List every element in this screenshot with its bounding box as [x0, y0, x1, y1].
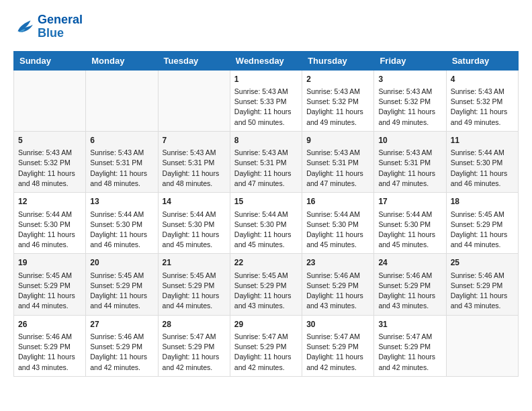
- sunrise: Sunrise: 5:46 AM: [451, 271, 504, 279]
- column-header-wednesday: Wednesday: [230, 51, 302, 70]
- sunrise: Sunrise: 5:46 AM: [90, 332, 144, 340]
- column-header-thursday: Thursday: [302, 51, 374, 70]
- day-number: 24: [378, 257, 441, 269]
- daylight: Daylight: 11 hours and 42 minutes.: [306, 353, 363, 371]
- day-number: 30: [306, 319, 369, 330]
- sunset: Sunset: 5:29 PM: [378, 281, 431, 289]
- daylight: Daylight: 11 hours and 47 minutes.: [378, 169, 435, 187]
- sunrise: Sunrise: 5:43 AM: [306, 87, 360, 95]
- sunrise: Sunrise: 5:46 AM: [378, 271, 432, 279]
- day-number: 11: [451, 135, 514, 146]
- day-number: 29: [234, 319, 298, 330]
- daylight: Daylight: 11 hours and 46 minutes.: [451, 169, 508, 187]
- daylight: Daylight: 11 hours and 46 minutes.: [18, 230, 75, 248]
- daylight: Daylight: 11 hours and 49 minutes.: [306, 107, 363, 126]
- sunset: Sunset: 5:30 PM: [378, 220, 431, 228]
- daylight: Daylight: 11 hours and 50 minutes.: [234, 107, 292, 126]
- sunset: Sunset: 5:29 PM: [90, 281, 142, 289]
- sunset: Sunset: 5:29 PM: [234, 342, 287, 351]
- day-number: 26: [18, 319, 81, 330]
- day-cell: [446, 315, 518, 376]
- day-number: 6: [90, 135, 153, 146]
- day-cell: 21Sunrise: 5:45 AMSunset: 5:29 PMDayligh…: [158, 254, 230, 315]
- daylight: Daylight: 11 hours and 43 minutes.: [306, 291, 363, 310]
- day-number: 4: [451, 74, 514, 85]
- day-cell: 31Sunrise: 5:47 AMSunset: 5:29 PMDayligh…: [374, 315, 446, 376]
- sunset: Sunset: 5:30 PM: [163, 220, 215, 228]
- daylight: Daylight: 11 hours and 45 minutes.: [234, 230, 292, 248]
- day-number: 23: [306, 257, 369, 269]
- day-cell: 27Sunrise: 5:46 AMSunset: 5:29 PMDayligh…: [86, 315, 158, 376]
- sunset: Sunset: 5:29 PM: [234, 281, 287, 289]
- day-number: 19: [18, 257, 81, 269]
- day-cell: 4Sunrise: 5:43 AMSunset: 5:32 PMDaylight…: [446, 70, 518, 131]
- daylight: Daylight: 11 hours and 43 minutes.: [378, 291, 435, 310]
- sunrise: Sunrise: 5:46 AM: [18, 332, 72, 340]
- day-number: 12: [18, 196, 81, 208]
- day-number: 20: [90, 257, 153, 269]
- day-cell: 22Sunrise: 5:45 AMSunset: 5:29 PMDayligh…: [230, 254, 302, 315]
- sunrise: Sunrise: 5:45 AM: [234, 271, 288, 279]
- logo-text: General Blue: [38, 13, 83, 40]
- week-row-2: 5Sunrise: 5:43 AMSunset: 5:32 PMDaylight…: [14, 131, 519, 192]
- sunset: Sunset: 5:30 PM: [306, 220, 359, 228]
- sunset: Sunset: 5:31 PM: [378, 158, 431, 167]
- daylight: Daylight: 11 hours and 43 minutes.: [234, 291, 292, 310]
- sunrise: Sunrise: 5:46 AM: [306, 271, 360, 279]
- sunset: Sunset: 5:29 PM: [18, 342, 71, 351]
- day-cell: 29Sunrise: 5:47 AMSunset: 5:29 PMDayligh…: [230, 315, 302, 376]
- sunrise: Sunrise: 5:44 AM: [451, 148, 504, 156]
- daylight: Daylight: 11 hours and 47 minutes.: [234, 169, 292, 187]
- day-cell: 5Sunrise: 5:43 AMSunset: 5:32 PMDaylight…: [14, 131, 86, 192]
- day-cell: 25Sunrise: 5:46 AMSunset: 5:29 PMDayligh…: [446, 254, 518, 315]
- day-number: 10: [378, 135, 441, 146]
- day-number: 27: [90, 319, 153, 330]
- sunrise: Sunrise: 5:47 AM: [306, 332, 360, 340]
- day-number: 8: [234, 135, 298, 146]
- day-number: 15: [234, 196, 298, 208]
- sunrise: Sunrise: 5:44 AM: [163, 210, 216, 218]
- sunrise: Sunrise: 5:43 AM: [378, 87, 432, 95]
- daylight: Daylight: 11 hours and 44 minutes.: [451, 230, 508, 248]
- day-number: 7: [163, 135, 226, 146]
- daylight: Daylight: 11 hours and 44 minutes.: [18, 291, 75, 310]
- column-header-tuesday: Tuesday: [158, 51, 230, 70]
- day-cell: 16Sunrise: 5:44 AMSunset: 5:30 PMDayligh…: [302, 193, 374, 254]
- day-cell: 3Sunrise: 5:43 AMSunset: 5:32 PMDaylight…: [374, 70, 446, 131]
- column-header-friday: Friday: [374, 51, 446, 70]
- daylight: Daylight: 11 hours and 44 minutes.: [90, 291, 147, 310]
- day-cell: 19Sunrise: 5:45 AMSunset: 5:29 PMDayligh…: [14, 254, 86, 315]
- day-number: 25: [451, 257, 514, 269]
- daylight: Daylight: 11 hours and 49 minutes.: [378, 107, 435, 126]
- page-header: General Blue: [13, 13, 519, 40]
- day-cell: 10Sunrise: 5:43 AMSunset: 5:31 PMDayligh…: [374, 131, 446, 192]
- column-header-saturday: Saturday: [446, 51, 518, 70]
- day-cell: 12Sunrise: 5:44 AMSunset: 5:30 PMDayligh…: [14, 193, 86, 254]
- sunrise: Sunrise: 5:43 AM: [451, 87, 504, 95]
- day-number: 9: [306, 135, 369, 146]
- day-number: 1: [234, 74, 298, 85]
- sunset: Sunset: 5:33 PM: [234, 97, 287, 105]
- daylight: Daylight: 11 hours and 43 minutes.: [18, 353, 75, 371]
- calendar-body: 1Sunrise: 5:43 AMSunset: 5:33 PMDaylight…: [14, 70, 519, 376]
- daylight: Daylight: 11 hours and 49 minutes.: [451, 107, 508, 126]
- calendar-header: SundayMondayTuesdayWednesdayThursdayFrid…: [14, 51, 519, 70]
- sunset: Sunset: 5:31 PM: [234, 158, 287, 167]
- sunset: Sunset: 5:32 PM: [378, 97, 431, 105]
- sunrise: Sunrise: 5:47 AM: [163, 332, 216, 340]
- day-cell: 14Sunrise: 5:44 AMSunset: 5:30 PMDayligh…: [158, 193, 230, 254]
- column-header-monday: Monday: [86, 51, 158, 70]
- day-cell: [14, 70, 86, 131]
- sunrise: Sunrise: 5:43 AM: [90, 148, 144, 156]
- sunrise: Sunrise: 5:47 AM: [378, 332, 432, 340]
- logo-icon: [13, 16, 35, 38]
- day-number: 17: [378, 196, 441, 208]
- sunrise: Sunrise: 5:43 AM: [306, 148, 360, 156]
- day-number: 14: [163, 196, 226, 208]
- sunset: Sunset: 5:32 PM: [306, 97, 359, 105]
- daylight: Daylight: 11 hours and 45 minutes.: [306, 230, 363, 248]
- day-cell: 23Sunrise: 5:46 AMSunset: 5:29 PMDayligh…: [302, 254, 374, 315]
- sunrise: Sunrise: 5:43 AM: [234, 87, 288, 95]
- day-cell: [158, 70, 230, 131]
- daylight: Daylight: 11 hours and 42 minutes.: [90, 353, 147, 371]
